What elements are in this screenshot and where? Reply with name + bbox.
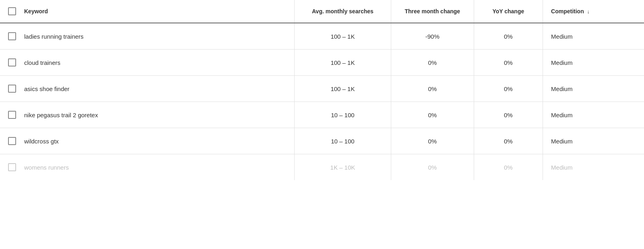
competition-cell: Medium <box>543 102 644 128</box>
yoy-cell: 0% <box>474 50 543 76</box>
keyword-cell: cloud trainers <box>0 50 294 76</box>
yoy-cell: 0% <box>474 102 543 128</box>
sort-descending-icon: ↓ <box>587 8 590 15</box>
avg-monthly-cell: 10 – 100 <box>294 102 391 128</box>
table-row: nike pegasus trail 2 goretex10 – 1000%0%… <box>0 102 644 128</box>
table-row: ladies running trainers100 – 1K-90%0%Med… <box>0 23 644 50</box>
three-month-cell: 0% <box>391 102 474 128</box>
yoy-cell: 0% <box>474 76 543 102</box>
row-checkbox[interactable] <box>8 137 16 145</box>
keyword-text: asics shoe finder <box>24 85 70 92</box>
competition-column-label: Competition <box>551 8 584 15</box>
three-month-cell: -90% <box>391 23 474 50</box>
row-checkbox[interactable] <box>8 85 16 93</box>
table-row: asics shoe finder100 – 1K0%0%Medium <box>0 76 644 102</box>
avg-monthly-column-label: Avg. monthly searches <box>312 8 374 15</box>
row-checkbox[interactable] <box>8 32 16 40</box>
three-month-column-label: Three month change <box>405 8 460 15</box>
competition-cell: Medium <box>543 23 644 50</box>
keyword-cell: ladies running trainers <box>0 23 294 50</box>
avg-monthly-cell: 100 – 1K <box>294 76 391 102</box>
keyword-text: nike pegasus trail 2 goretex <box>24 112 98 118</box>
keyword-table: Keyword Avg. monthly searches Three mont… <box>0 0 644 180</box>
competition-cell: Medium <box>543 50 644 76</box>
keyword-column-label: Keyword <box>24 8 48 15</box>
row-checkbox[interactable] <box>8 58 16 66</box>
avg-monthly-column-header: Avg. monthly searches <box>294 0 391 23</box>
three-month-cell: 0% <box>391 128 474 154</box>
row-checkbox[interactable] <box>8 163 16 171</box>
row-checkbox[interactable] <box>8 111 16 119</box>
competition-cell: Medium <box>543 154 644 181</box>
keyword-text: womens runners <box>24 164 69 171</box>
yoy-cell: 0% <box>474 23 543 50</box>
select-all-checkbox[interactable] <box>8 7 16 15</box>
keyword-text: ladies running trainers <box>24 33 84 40</box>
yoy-column-header: YoY change <box>474 0 543 23</box>
keyword-cell: wildcross gtx <box>0 128 294 154</box>
yoy-cell: 0% <box>474 128 543 154</box>
keyword-table-container: Keyword Avg. monthly searches Three mont… <box>0 0 644 249</box>
avg-monthly-cell: 1K – 10K <box>294 154 391 181</box>
table-header-row: Keyword Avg. monthly searches Three mont… <box>0 0 644 23</box>
avg-monthly-cell: 100 – 1K <box>294 23 391 50</box>
keyword-cell: womens runners <box>0 154 294 181</box>
competition-cell: Medium <box>543 128 644 154</box>
competition-column-header[interactable]: Competition ↓ <box>543 0 644 23</box>
three-month-column-header: Three month change <box>391 0 474 23</box>
keyword-text: wildcross gtx <box>24 138 59 145</box>
keyword-column-header: Keyword <box>0 0 294 23</box>
avg-monthly-cell: 10 – 100 <box>294 128 391 154</box>
three-month-cell: 0% <box>391 154 474 181</box>
table-body: ladies running trainers100 – 1K-90%0%Med… <box>0 23 644 180</box>
table-row: cloud trainers100 – 1K0%0%Medium <box>0 50 644 76</box>
three-month-cell: 0% <box>391 76 474 102</box>
keyword-text: cloud trainers <box>24 59 60 66</box>
table-row: womens runners1K – 10K0%0%Medium <box>0 154 644 181</box>
yoy-cell: 0% <box>474 154 543 181</box>
avg-monthly-cell: 100 – 1K <box>294 50 391 76</box>
three-month-cell: 0% <box>391 50 474 76</box>
table-row: wildcross gtx10 – 1000%0%Medium <box>0 128 644 154</box>
competition-cell: Medium <box>543 76 644 102</box>
keyword-cell: nike pegasus trail 2 goretex <box>0 102 294 128</box>
yoy-column-label: YoY change <box>492 8 524 15</box>
keyword-cell: asics shoe finder <box>0 76 294 102</box>
